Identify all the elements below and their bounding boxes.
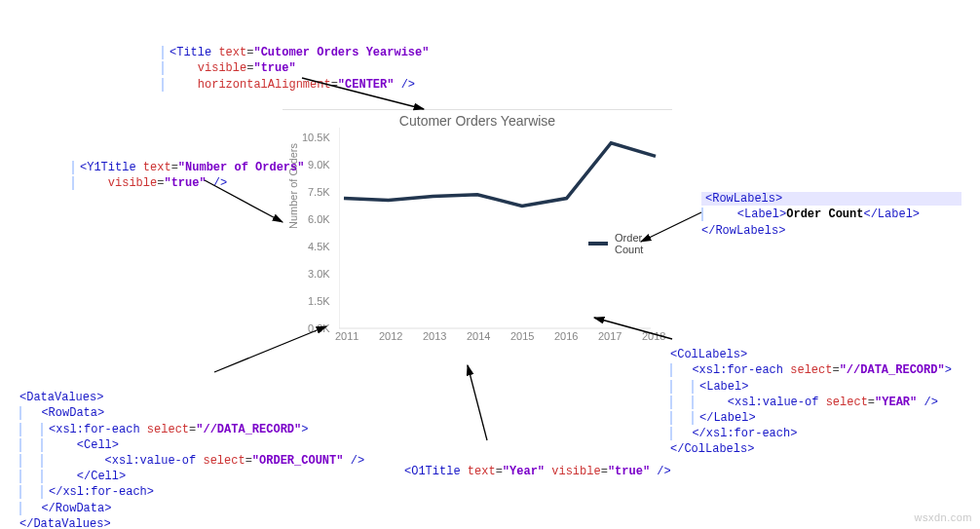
callout-arrows [0,0,980,529]
svg-line-5 [594,318,672,339]
svg-line-2 [302,78,424,109]
svg-line-7 [214,326,326,372]
svg-line-4 [641,212,701,242]
svg-line-6 [468,365,487,440]
svg-line-3 [205,180,283,222]
watermark: wsxdn.com [914,511,972,523]
